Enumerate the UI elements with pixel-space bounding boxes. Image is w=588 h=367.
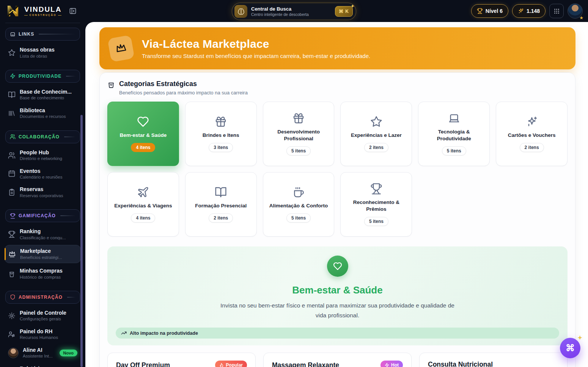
- product-card-day-off[interactable]: Day Off Premium Popular Folga remunerada…: [107, 353, 256, 367]
- page-subtitle: Transforme seu Stardust em benefícios qu…: [142, 53, 370, 59]
- gift-icon: [292, 112, 305, 124]
- sidebar-item-relatorios[interactable]: RelatóriosAnalytics e métricas: [5, 364, 81, 367]
- sidebar-item-base-conhecimento[interactable]: Base de Conhecim...Base de conhecimento: [5, 87, 81, 103]
- category-grid-row-2: Experiências & Viagens 4 itens Formação …: [107, 172, 568, 237]
- trophy-icon: [477, 8, 483, 14]
- popular-badge: Popular: [215, 361, 247, 367]
- item-count-badge: 2 itens: [520, 143, 544, 152]
- apps-grid-button[interactable]: [549, 4, 564, 18]
- main-content: Via-Láctea Marketplace Transforme seu St…: [85, 22, 588, 367]
- category-detail-section: Bem-estar & Saúde Invista no seu bem-est…: [107, 246, 568, 345]
- sidebar-item-eventos[interactable]: EventosCalendário e reuniões: [5, 166, 81, 182]
- coffee-icon: [292, 186, 305, 198]
- sparkles-icon: [526, 116, 538, 128]
- brand-name: VINDULA: [24, 6, 61, 13]
- category-grid-row-1: Bem-estar & Saúde 4 itens Brindes e Iten…: [107, 102, 568, 166]
- product-card-massagem[interactable]: Massagem Relaxante Hot Sessão de massage…: [263, 353, 412, 367]
- shopping-bag-icon: [8, 270, 16, 278]
- item-count-badge: 4 itens: [131, 213, 155, 223]
- user-avatar[interactable]: ★: [568, 3, 583, 19]
- categories-header: Categorias Estratégicas Benefícios pensa…: [107, 80, 568, 96]
- links-icon: [10, 31, 16, 37]
- trophy-icon: [8, 231, 16, 238]
- plane-icon: [137, 186, 149, 198]
- sparkle-icon: ✦: [351, 4, 355, 9]
- category-card-viagens[interactable]: Experiências & Viagens 4 itens: [107, 172, 179, 237]
- sidebar-section-colaboracao: COLABORAÇÃO: [5, 130, 80, 143]
- level-badge[interactable]: Nível 6: [471, 4, 508, 18]
- star-icon: [370, 116, 382, 128]
- level-label: Nível 6: [486, 8, 503, 14]
- category-card-experiencias-lazer[interactable]: Experiências e Lazer 2 itens: [340, 102, 412, 166]
- sidebar-item-biblioteca[interactable]: BibliotecaDocumentos e recursos: [5, 105, 81, 121]
- panel-collapse-icon: [69, 7, 77, 15]
- sidebar-item-aline-ai[interactable]: Aline AIAssistente Int... Novo: [5, 345, 81, 361]
- sparkles-icon: [518, 8, 524, 14]
- sidebar-collapse-button[interactable]: [69, 7, 77, 15]
- category-detail-title: Bem-estar & Saúde: [292, 284, 382, 296]
- library-icon: [8, 110, 16, 117]
- sidebar-scrollbar[interactable]: [80, 115, 83, 367]
- book-open-icon: [8, 91, 16, 99]
- search-bar[interactable]: Central de Busca Centro inteligente de d…: [232, 3, 356, 20]
- crown-icon: [8, 250, 16, 258]
- flame-icon: [219, 363, 224, 367]
- sidebar-section-links: LINKS: [5, 28, 80, 41]
- sidebar-item-minhas-compras[interactable]: Minhas ComprasHistórico de compras: [5, 266, 81, 282]
- sidebar-nav: LINKS Nossas obrasLista de obras PRODUTI…: [0, 23, 85, 367]
- aline-avatar: [8, 348, 19, 358]
- category-card-alimentacao[interactable]: Alimentação & Conforto 5 itens: [263, 172, 335, 237]
- sidebar-item-marketplace[interactable]: MarketplaceBenefícios estratégi...: [5, 245, 81, 263]
- sidebar-item-reservas[interactable]: ReservasReservas corporativas: [5, 184, 81, 200]
- category-card-reconhecimento[interactable]: Reconhecimento & Prêmios 5 itens: [340, 172, 412, 237]
- item-count-badge: 5 itens: [442, 146, 466, 155]
- gift-icon: [215, 116, 227, 128]
- sidebar-section-produtividade: PRODUTIVIDADE: [5, 70, 80, 83]
- sidebar: LINKS Nossas obrasLista de obras PRODUTI…: [0, 22, 85, 367]
- sidebar-section-administracao: ADMINISTRAÇÃO: [5, 291, 80, 304]
- category-detail-description: Invista no seu bem-estar físico e mental…: [220, 301, 455, 320]
- categories-panel: Categorias Estratégicas Benefícios pensa…: [99, 72, 575, 367]
- item-count-badge: 5 itens: [286, 213, 311, 223]
- points-badge[interactable]: 1.148: [512, 4, 546, 18]
- sidebar-item-painel-controle[interactable]: Painel de ControleConfigurações gerais: [5, 308, 81, 324]
- sidebar-item-ranking[interactable]: RankingClassificação e conqu...: [5, 226, 81, 242]
- shopping-bag-icon: [107, 81, 115, 88]
- product-card-nutricional[interactable]: Consulta Nutricional Consultoria persona…: [419, 353, 568, 367]
- laptop-icon: [448, 112, 460, 124]
- page-title: Via-Láctea Marketplace: [142, 38, 370, 50]
- sidebar-item-nossas-obras[interactable]: Nossas obrasLista de obras: [5, 45, 81, 61]
- sidebar-item-painel-rh[interactable]: Painel do RHRecursos Humanos: [5, 326, 81, 342]
- users-gear-icon: [8, 331, 16, 338]
- sparkle-icon: ✦: [577, 334, 582, 341]
- hot-badge: Hot: [380, 361, 403, 367]
- heart-icon: [327, 256, 348, 277]
- users-icon: [10, 134, 16, 140]
- category-card-tecnologia[interactable]: Tecnologia & Produtividade 5 itens: [418, 102, 490, 166]
- category-card-desenvolvimento[interactable]: Desenvolvimento Profissional 5 itens: [263, 102, 335, 166]
- vindula-logo-icon: [5, 3, 20, 19]
- section-subtitle: Benefícios pensados para máximo impacto …: [119, 90, 248, 96]
- grid-dots-icon: [553, 8, 560, 14]
- impact-note: Alto impacto na produtividade: [116, 328, 559, 339]
- search-shortcut-badge: ⌘ K ✦: [335, 6, 353, 17]
- search-subtitle: Centro inteligente de descoberta: [251, 12, 331, 17]
- search-title: Central de Busca: [251, 6, 331, 12]
- category-card-formacao[interactable]: Formação Presencial 2 itens: [185, 172, 257, 237]
- category-card-bem-estar[interactable]: Bem-estar & Saúde 4 itens: [107, 102, 179, 166]
- sidebar-item-people-hub[interactable]: People HubDiretório e networking: [5, 147, 81, 163]
- clipboard-icon: [8, 188, 16, 196]
- shield-icon: [10, 294, 16, 300]
- category-card-brindes[interactable]: Brindes e Itens 3 itens: [185, 102, 257, 166]
- heart-icon: [137, 116, 149, 128]
- brand-logo[interactable]: VINDULA CONSTRUÇÃO: [5, 3, 61, 19]
- command-fab-button[interactable]: ⌘ ✦: [560, 338, 580, 358]
- brain-icon: [234, 5, 247, 18]
- users-icon: [8, 152, 16, 159]
- zap-icon: [10, 73, 16, 79]
- header-actions: Nível 6 1.148 ★: [471, 0, 583, 22]
- item-count-badge: 4 itens: [131, 143, 155, 152]
- item-count-badge: 5 itens: [364, 217, 388, 226]
- category-card-cartoes[interactable]: Cartões e Vouchers 2 itens: [496, 102, 568, 166]
- item-count-badge: 5 itens: [286, 146, 311, 155]
